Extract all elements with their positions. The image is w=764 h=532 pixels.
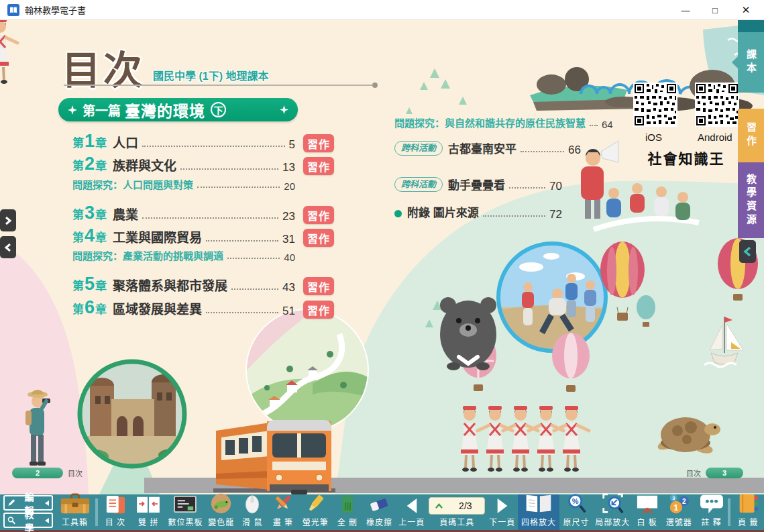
part-label: 第一篇 — [83, 101, 121, 119]
toolbar-separator — [95, 498, 98, 526]
tool-next-page[interactable]: 下一頁 — [487, 494, 518, 530]
part-banner: 第一篇 臺灣的環境 下 — [58, 98, 298, 121]
toc-row-chapter-5[interactable]: 第5章 聚落體系與都市發展 43 習作 — [72, 275, 295, 293]
app-window: 翰林教學電子書 — □ ✕ — [0, 0, 764, 532]
qr-code-ios — [633, 83, 677, 127]
page-number-pill: 3 — [706, 468, 743, 478]
qr-caption: 社會知識王 — [632, 148, 741, 168]
sparkle-icon — [68, 105, 77, 115]
dotted-leader — [197, 187, 280, 188]
side-strip-corner — [738, 20, 764, 32]
toc-row-topic-1[interactable]: 問題探究：人口問題與對策 20 — [72, 180, 295, 191]
qr-label-ios: iOS — [645, 131, 662, 143]
tool-digital-blackboard[interactable]: 數位黑板 — [166, 494, 205, 530]
dotted-leader — [231, 288, 278, 290]
workbook-badge[interactable]: 習作 — [303, 206, 334, 224]
svg-text:2: 2 — [682, 498, 686, 505]
number-picker-icon: 321 — [667, 492, 692, 515]
village-map-circle — [245, 309, 369, 432]
tool-annotation[interactable]: 註 釋 — [696, 494, 727, 530]
volume-badge: 下 — [211, 102, 226, 117]
tool-dual-page[interactable]: 雙 拼 — [131, 494, 166, 530]
maximize-button[interactable]: □ — [702, 0, 728, 20]
region-magnifier-icon — [602, 492, 624, 515]
tool-number-picker[interactable]: 321 選號器 — [662, 494, 696, 530]
blackboard-icon — [172, 494, 199, 515]
tab-workbook[interactable]: 習作 — [738, 109, 764, 162]
svg-text:1: 1 — [673, 503, 678, 513]
tool-quad-zoom[interactable]: 四格放大 — [518, 494, 560, 530]
percent-magnifier-icon: % — [566, 492, 587, 515]
tool-pen[interactable]: 畫 筆 — [268, 494, 298, 530]
triangle-left-icon — [45, 500, 49, 506]
chevron-left-icon — [743, 246, 752, 257]
tab-teaching-resources[interactable]: 教學資源 — [738, 162, 764, 238]
window-title: 翰林教學電子書 — [25, 3, 86, 16]
teach-mode-button[interactable]: 教 學 — [3, 513, 53, 528]
right-page-footer: 目次 3 — [681, 468, 743, 478]
tool-whiteboard[interactable]: 白 板 — [633, 494, 662, 530]
toc-row-chapter-3[interactable]: 第3章 農業 23 習作 — [72, 204, 295, 222]
whiteboard-icon — [635, 493, 660, 515]
svg-text:%: % — [571, 497, 578, 505]
dotted-leader — [206, 312, 278, 313]
toolbox-button[interactable]: 工具箱 — [56, 494, 94, 530]
toc-icon — [104, 494, 127, 515]
workbook-badge[interactable]: 習作 — [303, 134, 334, 152]
workbook-badge[interactable]: 習作 — [303, 229, 334, 247]
workbook-badge[interactable]: 習作 — [303, 277, 334, 295]
title-bar: 翰林教學電子書 — □ ✕ — [0, 0, 764, 20]
minimize-button[interactable]: — — [672, 0, 699, 20]
panel-expand-button[interactable] — [0, 209, 16, 231]
toc-row-activity-1[interactable]: 跨科活動 古都臺南安平 66 — [394, 141, 581, 156]
toc-row-chapter-6[interactable]: 第6章 區域發展與差異 51 習作 — [72, 299, 295, 317]
toc-row-chapter-4[interactable]: 第4章 工業與國際貿易 31 習作 — [72, 227, 295, 245]
toolbar-separator — [728, 498, 730, 526]
tool-original-size[interactable]: % 原尺寸 — [559, 494, 592, 530]
close-button[interactable]: ✕ — [732, 0, 759, 20]
qr-code-android — [695, 83, 739, 127]
toc-row-topic-3[interactable]: 問題探究：與自然和諧共存的原住民族智慧 64 — [394, 118, 581, 129]
dotted-leader — [180, 168, 278, 170]
panel-collapse-button[interactable] — [0, 236, 16, 258]
page-tabs-icon — [737, 492, 759, 515]
dotted-leader — [509, 187, 545, 189]
cross-subject-tag: 跨科活動 — [394, 141, 443, 156]
tab-textbook[interactable]: 課本 — [738, 32, 764, 93]
toc-row-topic-2[interactable]: 問題探究：產業活動的挑戰與調適 40 — [72, 251, 295, 262]
tool-prev-page[interactable]: 上一頁 — [396, 494, 427, 530]
highlighter-icon — [305, 492, 327, 515]
triangle-left-icon — [45, 518, 49, 523]
chevron-left-icon — [4, 243, 12, 252]
toc-row-appendix[interactable]: 附錄 圖片來源 72 — [394, 207, 562, 220]
page-subtitle: 國民中學 (1下) 地理課本 — [153, 67, 268, 83]
tool-highlighter[interactable]: 螢光筆 — [298, 494, 333, 530]
toc-row-activity-2[interactable]: 跨科活動 動手疊疊看 70 — [394, 177, 562, 192]
toc-row-chapter-1[interactable]: 第1章 人口 5 習作 — [72, 132, 295, 150]
tool-toc[interactable]: 目 次 — [99, 494, 131, 530]
tool-delete-all[interactable]: 全 刪 — [333, 494, 362, 530]
dual-page-icon — [135, 494, 161, 515]
dotted-leader — [227, 258, 280, 259]
tool-chameleon[interactable]: 變色龍 — [205, 494, 237, 530]
tool-eraser[interactable]: 橡皮擦 — [362, 494, 396, 530]
toc-row-chapter-2[interactable]: 第2章 族群與文化 13 習作 — [72, 155, 295, 173]
svg-text:3: 3 — [672, 495, 675, 501]
page-title: 目次 — [62, 39, 145, 95]
page-number-input[interactable]: 2/3 — [429, 497, 485, 515]
tool-partial-zoom[interactable]: 局部放大 — [593, 494, 633, 530]
trash-icon — [337, 493, 357, 515]
tool-mouse[interactable]: 滑 鼠 — [237, 494, 268, 530]
sidebar-collapse-button[interactable] — [739, 240, 756, 263]
tool-page-tabs[interactable]: 頁 籤 — [732, 494, 764, 530]
workbook-badge[interactable]: 習作 — [303, 157, 334, 175]
eraser-icon — [368, 494, 390, 515]
chameleon-icon — [210, 492, 232, 515]
workbook-badge[interactable]: 習作 — [303, 301, 334, 319]
dotted-leader — [521, 151, 564, 152]
open-book-icon — [523, 492, 554, 515]
dotted-leader — [142, 146, 284, 147]
sparkle-icon — [280, 105, 288, 114]
toolbox-icon — [58, 492, 93, 515]
dotted-leader — [590, 125, 598, 126]
